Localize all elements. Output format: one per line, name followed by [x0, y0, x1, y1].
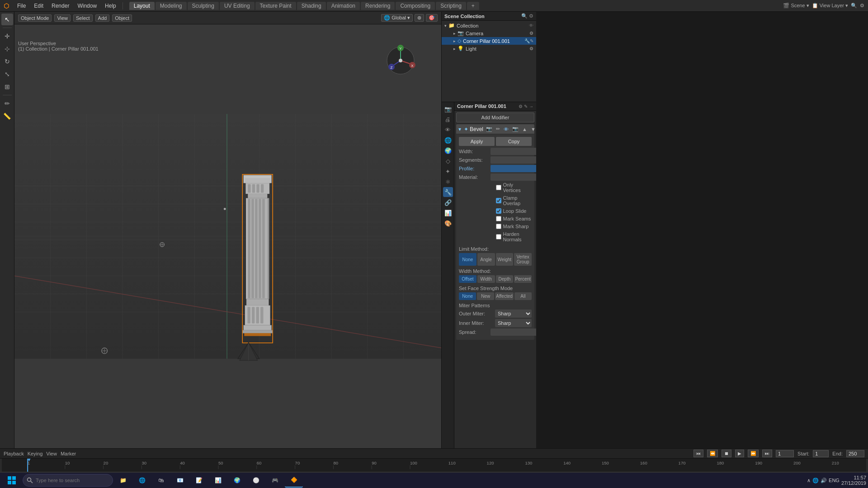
eye-icon[interactable]: 👁	[529, 23, 533, 28]
menu-file[interactable]: File	[14, 2, 29, 10]
start-frame-input[interactable]	[813, 450, 829, 457]
inner-miter-select[interactable]: Sharp Patch Arc	[495, 319, 532, 327]
view-layer-dropdown[interactable]: 📋 View Layer ▾	[812, 3, 848, 9]
taskbar-store[interactable]: 🛍	[152, 473, 170, 488]
mod-up-btn[interactable]: ▲	[521, 126, 528, 132]
limit-angle-btn[interactable]: Angle	[477, 253, 495, 266]
windows-start-button[interactable]	[2, 473, 22, 488]
canvas-area[interactable]: User Perspective (1) Collection | Corner…	[14, 24, 441, 448]
lang-indicator[interactable]: ENG	[829, 478, 840, 483]
viewport-gizmo-toggle[interactable]: 🎯	[426, 14, 438, 22]
limit-vertex-group-btn[interactable]: Vertex Group	[514, 253, 532, 266]
tab-rendering[interactable]: Rendering	[361, 2, 395, 10]
tab-add[interactable]: +	[467, 2, 479, 10]
face-new-btn[interactable]: New	[477, 292, 494, 300]
properties-options[interactable]: ⚙ ✎ →	[519, 104, 533, 109]
viewport-overlay[interactable]: ⊛	[415, 14, 424, 22]
width-width-btn[interactable]: Width	[477, 275, 495, 283]
material-input[interactable]	[491, 174, 536, 181]
taskbar-steam[interactable]: 🎮	[266, 473, 284, 488]
width-percent-btn[interactable]: Percent	[514, 275, 532, 283]
face-all-btn[interactable]: All	[514, 292, 532, 300]
search-btn[interactable]: 🔍	[851, 3, 857, 9]
keying-menu[interactable]: Keying	[28, 451, 43, 456]
viewport-gizmo[interactable]: Y X Z	[382, 42, 419, 79]
tab-modeling[interactable]: Modeling	[156, 2, 187, 10]
taskbar-explorer[interactable]: 📁	[114, 473, 132, 488]
face-affected-btn[interactable]: Affected	[495, 292, 514, 300]
tool-transform[interactable]: ⊞	[1, 81, 13, 93]
marker-menu[interactable]: Marker	[61, 451, 76, 456]
only-vertices-checkbox[interactable]	[496, 185, 501, 190]
view-menu[interactable]: View	[46, 451, 57, 456]
tool-move[interactable]: ⊹	[1, 43, 13, 55]
tray-show-hidden[interactable]: ∧	[807, 478, 811, 483]
taskbar-blender[interactable]: 🔶	[285, 473, 303, 488]
face-none-btn[interactable]: None	[459, 292, 476, 300]
tab-layout[interactable]: Layout	[129, 2, 155, 10]
taskbar-search-input[interactable]	[36, 478, 109, 483]
prop-icon-render[interactable]: 📷	[443, 104, 453, 114]
width-depth-btn[interactable]: Depth	[496, 275, 514, 283]
tab-shading[interactable]: Shading	[297, 2, 326, 10]
prop-icon-world[interactable]: 🌍	[443, 145, 453, 155]
tab-animation[interactable]: Animation	[327, 2, 360, 10]
view-menu[interactable]: View	[54, 14, 71, 22]
end-frame-input[interactable]	[846, 450, 864, 457]
limit-weight-btn[interactable]: Weight	[496, 253, 514, 266]
jump-end-btn[interactable]: ⏭	[762, 450, 772, 457]
width-input[interactable]	[491, 148, 536, 155]
mod-realtime-btn[interactable]: 👁	[502, 126, 510, 132]
mod-render-btn[interactable]: 📷	[511, 126, 520, 132]
limit-none-btn[interactable]: None	[459, 253, 476, 266]
prop-icon-material[interactable]: 🎨	[443, 218, 453, 228]
menu-help[interactable]: Help	[101, 2, 120, 10]
tray-volume[interactable]: 🔊	[821, 478, 827, 483]
prop-icon-physics[interactable]: ⚛	[443, 177, 453, 187]
prop-icon-modifier[interactable]: 🔧	[443, 187, 453, 197]
prop-icon-output[interactable]: 🖨	[443, 114, 453, 124]
tool-scale[interactable]: ⤡	[1, 68, 13, 80]
taskbar-clock[interactable]: 11:57 27/12/2019	[841, 475, 866, 486]
tool-rotate[interactable]: ↻	[1, 56, 13, 67]
taskbar-word[interactable]: 📝	[190, 473, 208, 488]
menu-render[interactable]: Render	[48, 2, 73, 10]
taskbar-chrome[interactable]: ⚪	[247, 473, 265, 488]
spread-input[interactable]	[491, 328, 536, 336]
apply-button[interactable]: Apply	[459, 137, 495, 146]
profile-input[interactable]	[491, 165, 536, 172]
outliner-item-light[interactable]: ▸ 💡 Light ⚙	[442, 45, 536, 52]
prop-icon-scene[interactable]: 🌐	[443, 135, 453, 145]
outliner-item-scene-collection[interactable]: ▾ 📁 Collection 👁	[442, 22, 536, 29]
mark-seams-checkbox[interactable]	[496, 216, 501, 221]
select-menu[interactable]: Select	[73, 14, 93, 22]
tab-uv-editing[interactable]: UV Editing	[220, 2, 255, 10]
taskbar-excel[interactable]: 📊	[209, 473, 227, 488]
tab-scripting[interactable]: Scripting	[436, 2, 466, 10]
filter-btn[interactable]: ⚙	[860, 3, 864, 9]
taskbar-ie[interactable]: 🌍	[228, 473, 246, 488]
outliner-item-camera[interactable]: ▸ 📷 Camera ⚙	[442, 29, 536, 37]
object-menu[interactable]: Object	[112, 14, 132, 22]
loop-slide-checkbox[interactable]	[496, 208, 501, 214]
next-frame-btn[interactable]: ⏩	[748, 450, 759, 457]
scene-dropdown[interactable]: 🎬 Scene ▾	[783, 3, 809, 9]
mark-sharp-checkbox[interactable]	[496, 224, 501, 229]
modifier-expand-icon[interactable]: ▾	[458, 126, 461, 132]
width-offset-btn[interactable]: Offset	[459, 275, 476, 283]
mode-select[interactable]: Object Mode	[18, 14, 52, 22]
outliner-item-corner-pillar[interactable]: ▸ ◇ Corner Pillar 001.001 🔧✎	[442, 37, 536, 45]
prop-icon-constraints[interactable]: 🔗	[443, 197, 453, 207]
taskbar-mail[interactable]: 📧	[171, 473, 189, 488]
segments-input[interactable]	[491, 156, 536, 164]
tool-select[interactable]: ↖	[1, 14, 13, 25]
add-modifier-button[interactable]: Add Modifier	[456, 113, 534, 122]
prop-icon-particles[interactable]: ✦	[443, 166, 453, 176]
taskbar-search[interactable]	[23, 474, 113, 487]
prop-icon-view[interactable]: 👁	[443, 125, 453, 135]
menu-window[interactable]: Window	[74, 2, 100, 10]
outliner-search[interactable]: 🔍 ⚙	[521, 13, 533, 19]
mod-camera-btn[interactable]: 📷	[485, 126, 494, 132]
tool-measure[interactable]: 📏	[1, 110, 13, 122]
copy-button[interactable]: Copy	[496, 137, 532, 146]
